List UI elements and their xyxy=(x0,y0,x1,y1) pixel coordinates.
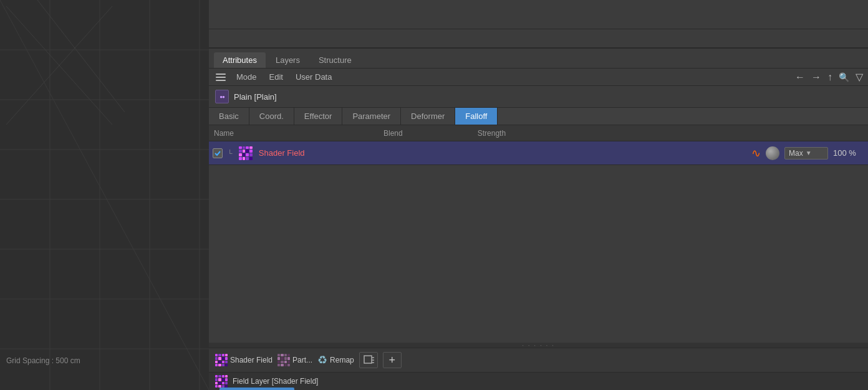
sub-tab-falloff[interactable]: Falloff xyxy=(455,108,498,125)
status-text: Field Layer [Shader Field] xyxy=(233,377,318,386)
field-name-label: Shader Field xyxy=(259,148,746,158)
resize-handle[interactable]: · · · · · · xyxy=(209,343,868,348)
field-indent-icon: └ xyxy=(228,150,233,157)
mode-button[interactable]: Mode xyxy=(233,71,261,83)
filter-icon[interactable]: ▽ xyxy=(856,71,863,83)
sub-tab-parameter[interactable]: Parameter xyxy=(342,108,401,125)
sub-tab-deformer[interactable]: Deformer xyxy=(401,108,455,125)
bottom-shader-field-item[interactable]: Shader Field xyxy=(215,354,272,366)
sub-tab-coord[interactable]: Coord. xyxy=(249,108,294,125)
tab-bar: Attributes Layers Structure xyxy=(209,49,868,69)
back-icon[interactable]: ← xyxy=(795,72,805,83)
remap-icon: ♻ xyxy=(317,353,327,367)
add-field-button[interactable]: + xyxy=(383,352,402,368)
toolbar: Mode Edit User Data ← → ↑ 🔍 ▽ xyxy=(209,69,868,86)
svg-rect-16 xyxy=(364,356,372,363)
bottom-part-icon xyxy=(277,354,290,366)
blend-mode-dropdown[interactable]: Max ▼ xyxy=(784,147,828,159)
bottom-part-label: Part... xyxy=(292,356,312,364)
object-icon xyxy=(215,90,229,103)
sub-tab-basic[interactable]: Basic xyxy=(209,108,249,125)
wave-remap-icon[interactable]: ∿ xyxy=(751,146,761,160)
strength-value: 100 % xyxy=(833,148,864,158)
content-area xyxy=(209,165,868,343)
up-icon[interactable]: ↑ xyxy=(827,72,832,83)
bottom-toolbar: Shader Field Part... xyxy=(209,348,868,372)
user-data-button[interactable]: User Data xyxy=(292,71,336,83)
toolbar-right: ← → ↑ 🔍 ▽ xyxy=(795,71,863,83)
status-bar: Field Layer [Shader Field] xyxy=(209,372,868,390)
object-header: Plain [Plain] xyxy=(209,86,868,108)
top-bar xyxy=(209,0,868,49)
shader-field-icon xyxy=(238,145,254,161)
col-header-strength: Strength xyxy=(478,129,506,138)
forward-icon[interactable]: → xyxy=(811,72,821,83)
tab-layers[interactable]: Layers xyxy=(267,52,309,68)
edit-button[interactable]: Edit xyxy=(266,71,287,83)
column-header-row: Name Blend Strength xyxy=(209,125,868,141)
status-shader-icon xyxy=(215,375,228,388)
object-name: Plain [Plain] xyxy=(234,92,277,102)
tab-structure[interactable]: Structure xyxy=(310,52,360,68)
col-header-blend: Blend xyxy=(383,129,403,138)
col-header-name: Name xyxy=(214,129,234,138)
field-layer-row: └ Shader Field ∿ Max ▼ xyxy=(209,141,868,165)
field-enabled-checkbox[interactable] xyxy=(213,148,223,158)
search-icon[interactable]: 🔍 xyxy=(839,72,849,82)
tab-attributes[interactable]: Attributes xyxy=(214,52,266,68)
add-layer-button[interactable] xyxy=(359,352,378,368)
sub-tab-bar: Basic Coord. Effector Parameter Deformer… xyxy=(209,108,868,125)
bottom-shader-label: Shader Field xyxy=(230,356,272,364)
bottom-remap-label: Remap xyxy=(330,356,354,364)
sub-tab-effector[interactable]: Effector xyxy=(294,108,343,125)
bottom-shader-icon xyxy=(215,354,228,366)
grid-spacing-label: Grid Spacing : 500 cm xyxy=(6,356,80,365)
bottom-remap-item[interactable]: ♻ Remap xyxy=(317,353,354,367)
blend-mode-icon[interactable] xyxy=(766,146,779,160)
bottom-part-item[interactable]: Part... xyxy=(277,354,312,366)
viewport: Grid Spacing : 500 cm xyxy=(0,0,209,390)
right-panel: Attributes Layers Structure Mode Edit Us… xyxy=(209,0,868,390)
menu-icon[interactable] xyxy=(214,72,228,83)
